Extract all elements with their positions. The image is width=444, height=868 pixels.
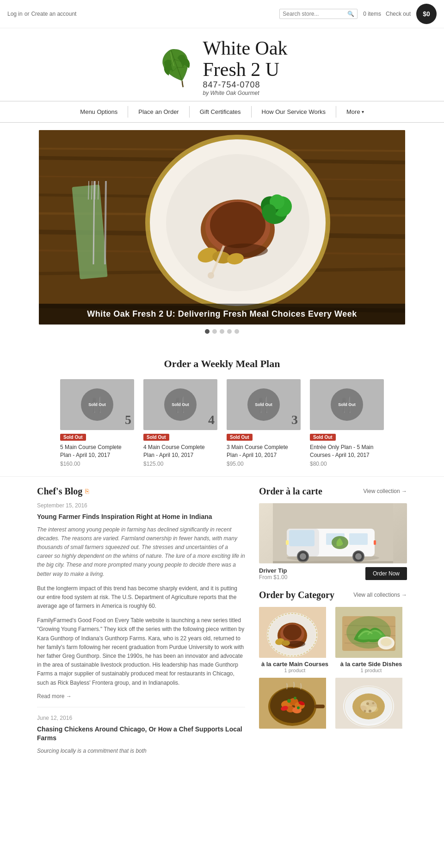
svg-point-47 xyxy=(355,553,362,560)
sold-out-badge-2: Sold Out xyxy=(164,388,197,421)
nav-gift-certificates[interactable]: Gift Certificates xyxy=(190,106,252,118)
driver-tip-card: Driver Tip From $1.00 Order Now xyxy=(259,503,407,581)
category-img-side-dishes-svg xyxy=(335,607,402,658)
or-separator: or xyxy=(25,11,30,17)
view-collection-link[interactable]: View collection → xyxy=(364,488,407,494)
driver-tip-svg xyxy=(273,503,393,563)
category-card-4[interactable] xyxy=(335,678,407,731)
logo-subtitle: by White Oak Gourmet xyxy=(203,90,287,96)
meal-card-price-2: $125.00 xyxy=(143,461,217,467)
logo-line2: Fresh 2 U xyxy=(203,59,279,80)
rss-icon[interactable]: ⎘ xyxy=(85,487,89,495)
meal-plan-section: Order a Weekly Meal Plan 🍴 Sold Out 5 So… xyxy=(0,349,444,476)
category-img-3-svg xyxy=(259,678,326,729)
driver-tip-price: From $1.00 xyxy=(259,574,287,581)
create-account-link[interactable]: Create an account xyxy=(31,11,76,17)
svg-line-14 xyxy=(92,181,92,200)
read-more-link-1[interactable]: Read more → xyxy=(37,693,245,699)
svg-point-30 xyxy=(262,204,276,218)
sold-out-badge-4: Sold Out xyxy=(331,388,363,421)
svg-rect-50 xyxy=(286,540,289,545)
meal-card-1[interactable]: 🍴 Sold Out 5 Sold Out 5 Main Course Comp… xyxy=(60,379,134,467)
carousel-dot-1[interactable] xyxy=(205,329,210,334)
cart-items-count: 0 items xyxy=(363,11,381,17)
meal-sold-out-label-3: Sold Out xyxy=(227,434,253,441)
category-label-side-dishes: à la carte Side Dishes xyxy=(335,661,407,668)
blog-post-2-title[interactable]: Chasing Chickens Around Chicago, Or How … xyxy=(37,725,245,743)
category-img-side-dishes xyxy=(335,607,407,658)
svg-line-12 xyxy=(93,181,94,264)
logo-phone: 847-754-0708 xyxy=(203,80,287,90)
cart-badge[interactable]: $0 xyxy=(416,4,437,24)
blog-post-1-date: September 15, 2016 xyxy=(37,502,245,509)
meal-number-1: 5 xyxy=(125,412,131,427)
hero-placeholder: White Oak Fresh 2 U: Delivering Fresh Me… xyxy=(39,130,405,325)
svg-point-35 xyxy=(208,272,214,279)
hero-background-svg xyxy=(39,130,405,325)
blog-post-2-excerpt: Sourcing locally is a commitment that is… xyxy=(37,747,245,756)
svg-rect-42 xyxy=(349,533,368,545)
blog-post-2-date: June 12, 2016 xyxy=(37,715,245,721)
logo-text: White Oak Fresh 2 U 847-754-0708 by Whit… xyxy=(203,37,287,96)
meal-card-img-3: 🍴 Sold Out 3 xyxy=(227,379,301,430)
hero-image: White Oak Fresh 2 U: Delivering Fresh Me… xyxy=(39,130,405,325)
nav-place-order[interactable]: Place an Order xyxy=(128,106,189,118)
meal-card-4[interactable]: 🍴 Sold Out Sold Out Entrée Only Plan - 5… xyxy=(310,379,384,467)
meal-sold-out-label-4: Sold Out xyxy=(310,434,336,441)
search-input[interactable] xyxy=(283,11,347,17)
logo-container: White Oak Fresh 2 U 847-754-0708 by Whit… xyxy=(156,37,287,96)
category-img-main-courses xyxy=(259,607,331,658)
blog-post-1-title[interactable]: Young Farmer Finds Inspiration Right at … xyxy=(37,512,245,522)
hero-container: White Oak Fresh 2 U: Delivering Fresh Me… xyxy=(0,130,444,341)
svg-point-86 xyxy=(294,697,296,699)
checkout-link[interactable]: Check out xyxy=(386,11,411,17)
view-all-collections-link[interactable]: View all collections → xyxy=(353,592,407,598)
content-section: Chef's Blog ⎘ September 15, 2016 Young F… xyxy=(0,476,444,770)
nav-more[interactable]: More ▾ xyxy=(336,106,374,118)
svg-point-45 xyxy=(300,553,306,560)
meal-plan-grid: 🍴 Sold Out 5 Sold Out 5 Main Course Comp… xyxy=(37,379,407,467)
search-bar[interactable]: 🔍 xyxy=(279,9,358,19)
carousel-dot-5[interactable] xyxy=(234,329,239,334)
carte-header: Order à la carte View collection → xyxy=(259,486,407,497)
order-now-button[interactable]: Order Now xyxy=(365,567,407,580)
meal-sold-out-label-1: Sold Out xyxy=(60,434,86,441)
carousel-dot-2[interactable] xyxy=(212,329,217,334)
cart-info: 0 items Check out xyxy=(363,11,411,17)
svg-rect-87 xyxy=(314,705,325,708)
meal-card-img-2: 🍴 Sold Out 4 xyxy=(143,379,217,430)
meal-sold-out-label-2: Sold Out xyxy=(143,434,169,441)
logo-title: White Oak Fresh 2 U xyxy=(203,37,287,80)
meal-card-2[interactable]: 🍴 Sold Out 4 Sold Out 4 Main Course Comp… xyxy=(143,379,217,467)
hero-caption: White Oak Fresh 2 U: Delivering Fresh Me… xyxy=(39,304,405,325)
meal-card-title-1: 5 Main Course Complete Plan - April 10, … xyxy=(60,443,134,459)
top-bar-right: 🔍 0 items Check out $0 xyxy=(279,4,437,24)
category-card-main-courses[interactable]: à la carte Main Courses 1 product xyxy=(259,607,331,673)
blog-title: Chef's Blog xyxy=(37,486,82,497)
search-icon[interactable]: 🔍 xyxy=(347,11,354,17)
carousel-dots xyxy=(0,325,444,341)
carousel-dot-3[interactable] xyxy=(220,329,224,334)
meal-card-3[interactable]: 🍴 Sold Out 3 Sold Out 3 Main Course Comp… xyxy=(227,379,301,467)
nav-how-service-works[interactable]: How Our Service Works xyxy=(252,106,336,118)
svg-point-58 xyxy=(283,624,302,640)
svg-rect-52 xyxy=(273,561,393,563)
category-img-4 xyxy=(335,678,407,729)
svg-line-16 xyxy=(98,181,99,200)
blog-post-1-body2: FamilyFarmed's Good Food on Every Table … xyxy=(37,616,245,687)
nav-menu-options[interactable]: Menu Options xyxy=(70,106,128,118)
category-img-3 xyxy=(259,678,331,729)
category-card-side-dishes[interactable]: à la carte Side Dishes 1 product xyxy=(335,607,407,673)
category-card-3[interactable] xyxy=(259,678,331,731)
driver-tip-details: Driver Tip From $1.00 xyxy=(259,567,287,581)
top-bar: Log in or Create an account 🔍 0 items Ch… xyxy=(0,0,444,28)
blog-post-1-body: But the longterm impact of this trend ha… xyxy=(37,584,245,611)
meal-card-title-4: Entrée Only Plan - 5 Main Courses - Apri… xyxy=(310,443,384,459)
category-grid: à la carte Main Courses 1 product xyxy=(259,607,407,731)
login-link[interactable]: Log in xyxy=(7,11,23,17)
site-header: White Oak Fresh 2 U 847-754-0708 by Whit… xyxy=(0,28,444,101)
svg-rect-40 xyxy=(289,530,314,546)
meal-card-price-3: $95.00 xyxy=(227,461,301,467)
carousel-dot-4[interactable] xyxy=(227,329,232,334)
driver-tip-info: Driver Tip From $1.00 Order Now xyxy=(259,567,407,581)
